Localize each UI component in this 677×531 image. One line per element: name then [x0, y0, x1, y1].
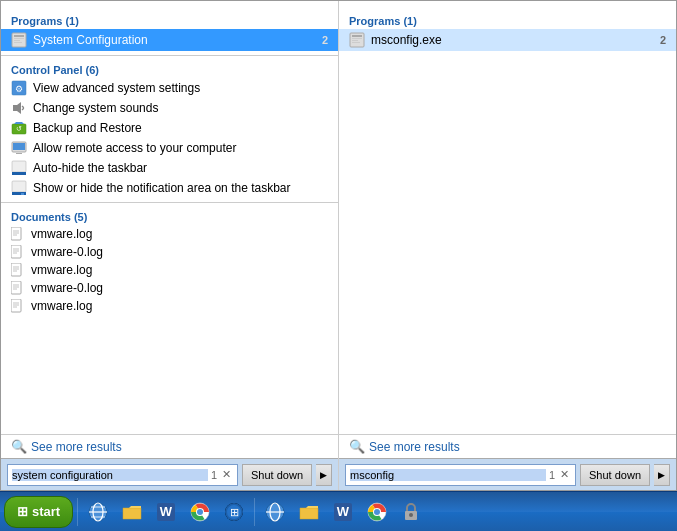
start-button[interactable]: ⊞ start: [4, 496, 73, 528]
doc-label-3: vmware-0.log: [31, 281, 103, 295]
program-msconfig-badge: 2: [660, 34, 666, 46]
doc-icon-0: [11, 227, 25, 241]
right-see-more-label: See more results: [369, 440, 460, 454]
left-search-clear[interactable]: ✕: [220, 468, 233, 481]
left-programs-header: Programs (1): [1, 11, 338, 29]
taskbar-lock-icon[interactable]: [395, 496, 427, 528]
system-config-icon: [11, 32, 27, 48]
left-search-panel: Programs (1) System Configuration 2 Cont…: [1, 1, 339, 490]
svg-point-66: [409, 513, 413, 517]
right-search-bar: 1 ✕ Shut down ▶: [339, 458, 676, 490]
cp-remote-label: Allow remote access to your computer: [33, 141, 236, 155]
program-system-config-label: System Configuration: [33, 33, 312, 47]
left-search-bar: 1 ✕ Shut down ▶: [1, 458, 338, 490]
program-msconfig-label: msconfig.exe: [371, 33, 650, 47]
doc-item-4[interactable]: vmware.log: [1, 297, 338, 315]
left-see-more[interactable]: 🔍 See more results: [1, 434, 338, 458]
program-system-config-badge: 2: [322, 34, 328, 46]
svg-rect-41: [352, 40, 358, 41]
taskbar-windows-icon[interactable]: ⊞: [218, 496, 250, 528]
doc-label-0: vmware.log: [31, 227, 92, 241]
svg-rect-22: [11, 245, 21, 258]
cp-item-notify[interactable]: Show or hide the notification area on th…: [1, 178, 338, 198]
svg-point-64: [374, 509, 380, 515]
svg-text:⚙: ⚙: [15, 84, 23, 94]
advanced-settings-icon: ⚙: [11, 80, 27, 96]
sound-icon: [11, 100, 27, 116]
right-shutdown-arrow[interactable]: ▶: [654, 464, 670, 486]
doc-item-0[interactable]: vmware.log: [1, 225, 338, 243]
doc-label-2: vmware.log: [31, 263, 92, 277]
doc-icon-4: [11, 299, 25, 313]
left-see-more-label: See more results: [31, 440, 122, 454]
taskbar-chrome2-icon[interactable]: [361, 496, 393, 528]
program-item-msconfig[interactable]: msconfig.exe 2: [339, 29, 676, 51]
doc-label-4: vmware.log: [31, 299, 92, 313]
left-search-badge: 1: [211, 469, 217, 481]
taskbar-sep-2: [254, 498, 255, 526]
taskbar-folder-icon[interactable]: [116, 496, 148, 528]
svg-rect-1: [14, 35, 24, 37]
cp-notify-label: Show or hide the notification area on th…: [33, 181, 291, 195]
right-search-clear[interactable]: ✕: [558, 468, 571, 481]
start-label: start: [32, 504, 60, 519]
right-search-input-wrapper: 1 ✕: [345, 464, 576, 486]
taskbar-ie2-icon[interactable]: [259, 496, 291, 528]
right-see-more[interactable]: 🔍 See more results: [339, 434, 676, 458]
left-search-input[interactable]: [12, 469, 208, 481]
right-programs-header: Programs (1): [339, 11, 676, 29]
divider-cp-docs: [1, 202, 338, 203]
right-search-icon-small: 🔍: [349, 439, 365, 454]
remote-icon: [11, 140, 27, 156]
svg-rect-2: [14, 38, 24, 39]
svg-text:W: W: [160, 504, 173, 519]
doc-item-1[interactable]: vmware-0.log: [1, 243, 338, 261]
cp-sound-label: Change system sounds: [33, 101, 158, 115]
svg-rect-40: [352, 38, 362, 39]
notify-icon: [11, 180, 27, 196]
taskbar-sep-1: [77, 498, 78, 526]
taskbar-word-icon[interactable]: W: [150, 496, 182, 528]
svg-text:⊞: ⊞: [230, 506, 239, 518]
svg-rect-3: [14, 40, 20, 41]
right-search-badge: 1: [549, 469, 555, 481]
cp-taskbar-label: Auto-hide the taskbar: [33, 161, 147, 175]
svg-rect-13: [12, 161, 26, 172]
svg-rect-18: [11, 227, 21, 240]
start-orb-icon: ⊞: [17, 504, 28, 519]
svg-rect-4: [14, 42, 22, 43]
taskbar-chrome-icon[interactable]: [184, 496, 216, 528]
taskbar-ie-icon[interactable]: [82, 496, 114, 528]
divider-programs-cp: [1, 55, 338, 56]
taskbar-folder2-icon[interactable]: [293, 496, 325, 528]
cp-item-backup[interactable]: ↺ Backup and Restore: [1, 118, 338, 138]
right-search-panel: Programs (1) msconfig.exe 2 🔍 See mo: [339, 1, 676, 490]
taskbar-word2-icon[interactable]: W: [327, 496, 359, 528]
left-shutdown-arrow[interactable]: ▶: [316, 464, 332, 486]
doc-item-3[interactable]: vmware-0.log: [1, 279, 338, 297]
svg-rect-30: [11, 281, 21, 294]
doc-label-1: vmware-0.log: [31, 245, 103, 259]
cp-item-advanced[interactable]: ⚙ View advanced system settings: [1, 78, 338, 98]
cp-item-taskbar[interactable]: Auto-hide the taskbar: [1, 158, 338, 178]
svg-rect-26: [11, 263, 21, 276]
program-item-system-config[interactable]: System Configuration 2: [1, 29, 338, 51]
doc-icon-3: [11, 281, 25, 295]
left-shutdown-button[interactable]: Shut down: [242, 464, 312, 486]
svg-rect-11: [13, 143, 25, 150]
left-search-icon-small: 🔍: [11, 439, 27, 454]
left-cp-header: Control Panel (6): [1, 60, 338, 78]
right-shutdown-button[interactable]: Shut down: [580, 464, 650, 486]
doc-icon-1: [11, 245, 25, 259]
right-search-input[interactable]: [350, 469, 546, 481]
doc-item-2[interactable]: vmware.log: [1, 261, 338, 279]
svg-rect-12: [16, 153, 22, 154]
left-search-input-wrapper: 1 ✕: [7, 464, 238, 486]
svg-point-52: [197, 509, 203, 515]
taskbar: ⊞ start W: [0, 491, 677, 531]
svg-rect-15: [12, 181, 26, 192]
svg-rect-17: [21, 193, 24, 195]
svg-rect-34: [11, 299, 21, 312]
cp-item-sound[interactable]: Change system sounds: [1, 98, 338, 118]
cp-item-remote[interactable]: Allow remote access to your computer: [1, 138, 338, 158]
